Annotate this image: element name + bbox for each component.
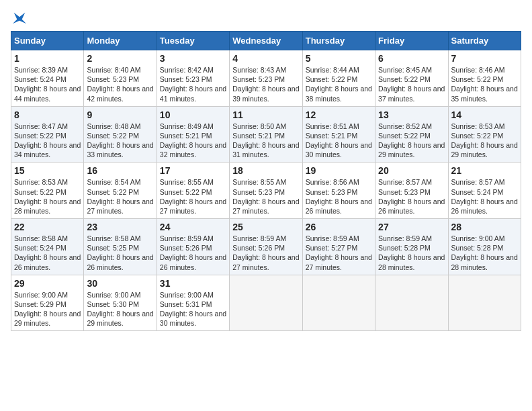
calendar-day-header: Wednesday (230, 32, 302, 50)
day-detail: Sunrise: 8:44 AMSunset: 5:22 PMDaylight:… (306, 65, 372, 103)
day-detail: Sunrise: 8:48 AMSunset: 5:22 PMDaylight:… (87, 122, 153, 160)
logo (11, 11, 27, 26)
calendar-day-cell: 18 Sunrise: 8:55 AMSunset: 5:23 PMDaylig… (230, 163, 302, 219)
day-number: 25 (232, 222, 299, 232)
day-number: 31 (160, 278, 226, 289)
calendar-day-cell: 27 Sunrise: 8:59 AMSunset: 5:28 PMDaylig… (375, 219, 448, 275)
calendar-day-header: Saturday (448, 32, 521, 50)
day-number: 8 (14, 109, 81, 120)
day-detail: Sunrise: 8:58 AMSunset: 5:24 PMDaylight:… (14, 234, 81, 272)
calendar-week-row: 8 Sunrise: 8:47 AMSunset: 5:22 PMDayligh… (11, 106, 521, 163)
day-number: 6 (378, 53, 445, 64)
day-number: 14 (451, 109, 518, 120)
calendar-day-cell (302, 275, 375, 331)
day-detail: Sunrise: 8:49 AMSunset: 5:21 PMDaylight:… (160, 122, 226, 160)
day-detail: Sunrise: 9:00 AMSunset: 5:31 PMDaylight:… (160, 290, 226, 328)
day-detail: Sunrise: 8:55 AMSunset: 5:23 PMDaylight:… (232, 177, 299, 216)
calendar-day-header: Sunday (11, 32, 84, 50)
calendar-table: SundayMondayTuesdayWednesdayThursdayFrid… (11, 31, 521, 331)
day-detail: Sunrise: 8:40 AMSunset: 5:23 PMDaylight:… (87, 65, 153, 103)
calendar-day-cell: 19 Sunrise: 8:56 AMSunset: 5:23 PMDaylig… (302, 163, 375, 219)
day-detail: Sunrise: 8:52 AMSunset: 5:22 PMDaylight:… (378, 122, 445, 160)
day-detail: Sunrise: 8:55 AMSunset: 5:22 PMDaylight:… (160, 177, 226, 216)
day-number: 4 (232, 53, 299, 64)
calendar-day-cell: 20 Sunrise: 8:57 AMSunset: 5:23 PMDaylig… (375, 163, 448, 219)
day-number: 21 (451, 165, 518, 176)
day-detail: Sunrise: 8:53 AMSunset: 5:22 PMDaylight:… (14, 177, 81, 216)
day-detail: Sunrise: 8:39 AMSunset: 5:24 PMDaylight:… (14, 65, 81, 103)
calendar-week-row: 1 Sunrise: 8:39 AMSunset: 5:24 PMDayligh… (11, 50, 521, 107)
day-detail: Sunrise: 8:47 AMSunset: 5:22 PMDaylight:… (14, 122, 81, 160)
day-detail: Sunrise: 8:59 AMSunset: 5:28 PMDaylight:… (378, 234, 445, 272)
calendar-day-cell: 12 Sunrise: 8:51 AMSunset: 5:21 PMDaylig… (302, 106, 375, 163)
day-number: 27 (378, 222, 445, 232)
calendar-week-row: 29 Sunrise: 9:00 AMSunset: 5:29 PMDaylig… (11, 275, 521, 331)
day-number: 28 (451, 222, 518, 232)
day-number: 16 (87, 165, 153, 176)
day-detail: Sunrise: 8:59 AMSunset: 5:27 PMDaylight:… (306, 234, 372, 272)
day-detail: Sunrise: 8:59 AMSunset: 5:26 PMDaylight:… (160, 234, 226, 272)
day-detail: Sunrise: 8:50 AMSunset: 5:21 PMDaylight:… (232, 122, 299, 160)
day-number: 26 (306, 222, 372, 232)
calendar-day-cell: 7 Sunrise: 8:46 AMSunset: 5:22 PMDayligh… (448, 50, 521, 107)
day-number: 18 (232, 165, 299, 176)
day-number: 15 (14, 165, 81, 176)
calendar-day-cell: 8 Sunrise: 8:47 AMSunset: 5:22 PMDayligh… (11, 106, 84, 163)
day-detail: Sunrise: 8:51 AMSunset: 5:21 PMDaylight:… (306, 122, 372, 160)
calendar-day-cell: 23 Sunrise: 8:58 AMSunset: 5:25 PMDaylig… (84, 219, 157, 275)
day-detail: Sunrise: 8:45 AMSunset: 5:22 PMDaylight:… (378, 65, 445, 103)
calendar-day-cell: 13 Sunrise: 8:52 AMSunset: 5:22 PMDaylig… (375, 106, 448, 163)
day-detail: Sunrise: 8:58 AMSunset: 5:25 PMDaylight:… (87, 234, 153, 272)
day-detail: Sunrise: 9:00 AMSunset: 5:30 PMDaylight:… (87, 290, 153, 328)
calendar-header-row: SundayMondayTuesdayWednesdayThursdayFrid… (11, 32, 521, 50)
calendar-day-cell: 4 Sunrise: 8:43 AMSunset: 5:23 PMDayligh… (230, 50, 302, 107)
calendar-week-row: 15 Sunrise: 8:53 AMSunset: 5:22 PMDaylig… (11, 163, 521, 219)
calendar-week-row: 22 Sunrise: 8:58 AMSunset: 5:24 PMDaylig… (11, 219, 521, 275)
day-number: 10 (160, 109, 226, 120)
day-number: 20 (378, 165, 445, 176)
calendar-day-cell: 6 Sunrise: 8:45 AMSunset: 5:22 PMDayligh… (375, 50, 448, 107)
calendar-day-header: Monday (84, 32, 157, 50)
calendar-day-cell: 11 Sunrise: 8:50 AMSunset: 5:21 PMDaylig… (230, 106, 302, 163)
calendar-day-cell: 17 Sunrise: 8:55 AMSunset: 5:22 PMDaylig… (157, 163, 229, 219)
calendar-day-cell: 24 Sunrise: 8:59 AMSunset: 5:26 PMDaylig… (157, 219, 229, 275)
calendar-day-cell: 9 Sunrise: 8:48 AMSunset: 5:22 PMDayligh… (84, 106, 157, 163)
day-number: 17 (160, 165, 226, 176)
day-number: 12 (306, 109, 372, 120)
day-number: 11 (232, 109, 299, 120)
day-number: 13 (378, 109, 445, 120)
calendar-day-cell: 28 Sunrise: 9:00 AMSunset: 5:28 PMDaylig… (448, 219, 521, 275)
calendar-day-header: Tuesday (157, 32, 229, 50)
calendar-day-cell: 31 Sunrise: 9:00 AMSunset: 5:31 PMDaylig… (157, 275, 229, 331)
calendar-day-cell: 1 Sunrise: 8:39 AMSunset: 5:24 PMDayligh… (11, 50, 84, 107)
calendar-day-cell: 5 Sunrise: 8:44 AMSunset: 5:22 PMDayligh… (302, 50, 375, 107)
day-detail: Sunrise: 8:56 AMSunset: 5:23 PMDaylight:… (306, 177, 372, 216)
day-detail: Sunrise: 8:53 AMSunset: 5:22 PMDaylight:… (451, 122, 518, 160)
day-number: 29 (14, 278, 81, 289)
day-detail: Sunrise: 8:54 AMSunset: 5:22 PMDaylight:… (87, 177, 153, 216)
calendar-day-cell: 22 Sunrise: 8:58 AMSunset: 5:24 PMDaylig… (11, 219, 84, 275)
calendar-day-cell (375, 275, 448, 331)
logo-bird-icon (12, 11, 27, 26)
day-detail: Sunrise: 8:59 AMSunset: 5:26 PMDaylight:… (232, 234, 299, 272)
calendar-day-header: Thursday (302, 32, 375, 50)
day-number: 23 (87, 222, 153, 232)
day-number: 2 (87, 53, 153, 64)
calendar-day-cell: 10 Sunrise: 8:49 AMSunset: 5:21 PMDaylig… (157, 106, 229, 163)
page-header (11, 11, 521, 26)
calendar-day-cell: 16 Sunrise: 8:54 AMSunset: 5:22 PMDaylig… (84, 163, 157, 219)
calendar-day-header: Friday (375, 32, 448, 50)
calendar-day-cell: 21 Sunrise: 8:57 AMSunset: 5:24 PMDaylig… (448, 163, 521, 219)
day-number: 24 (160, 222, 226, 232)
calendar-day-cell: 2 Sunrise: 8:40 AMSunset: 5:23 PMDayligh… (84, 50, 157, 107)
calendar-day-cell: 26 Sunrise: 8:59 AMSunset: 5:27 PMDaylig… (302, 219, 375, 275)
calendar-day-cell: 3 Sunrise: 8:42 AMSunset: 5:23 PMDayligh… (157, 50, 229, 107)
day-number: 1 (14, 53, 81, 64)
day-number: 9 (87, 109, 153, 120)
day-number: 19 (306, 165, 372, 176)
day-detail: Sunrise: 8:42 AMSunset: 5:23 PMDaylight:… (160, 65, 226, 103)
day-detail: Sunrise: 9:00 AMSunset: 5:28 PMDaylight:… (451, 234, 518, 272)
day-number: 3 (160, 53, 226, 64)
calendar-day-cell: 15 Sunrise: 8:53 AMSunset: 5:22 PMDaylig… (11, 163, 84, 219)
calendar-day-cell: 29 Sunrise: 9:00 AMSunset: 5:29 PMDaylig… (11, 275, 84, 331)
